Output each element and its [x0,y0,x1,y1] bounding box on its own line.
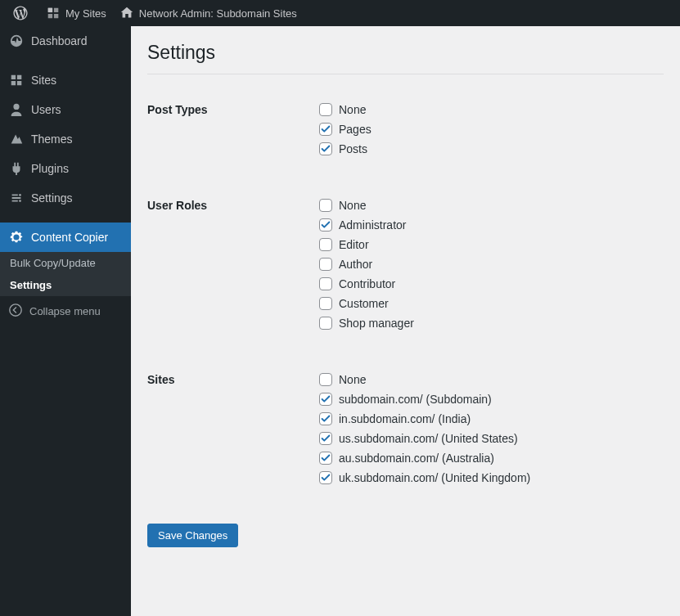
wp-logo[interactable] [7,0,39,26]
sidebar-item-content-copier[interactable]: Content Copier [0,223,131,252]
checkbox-label[interactable]: uk.subdomain.com/ (United Kingdom) [339,471,530,484]
sites-icon [46,6,61,20]
checkbox[interactable] [319,373,332,386]
checkbox[interactable] [319,103,332,116]
sidebar-item-label: Settings [31,191,73,205]
toolbar-my-sites-label: My Sites [65,7,106,20]
content-area: Settings Post TypesNonePagesPostsUser Ro… [131,26,680,616]
checkbox[interactable] [319,317,332,330]
checkbox-label[interactable]: None [339,373,366,386]
sidebar-item-label: Themes [31,133,73,146]
checkbox-label[interactable]: in.subdomain.com/ (India) [339,412,471,425]
checkbox-row: us.subdomain.com/ (United States) [319,432,655,445]
checkbox[interactable] [319,199,332,212]
sidebar-item-label: Sites [31,74,56,87]
gear-icon [8,229,25,245]
checkbox[interactable] [319,142,332,155]
checkbox-row: in.subdomain.com/ (India) [319,412,655,425]
checkbox-row: Administrator [319,218,655,232]
svg-point-1 [19,200,21,202]
sidebar-item-label: Content Copier [31,231,108,244]
sidebar-item-settings[interactable]: Settings [0,183,131,213]
toolbar-network-admin-label: Network Admin: Subdomain Sites [139,7,297,20]
sidebar-subitem[interactable]: Bulk Copy/Update [0,252,131,274]
plugins-icon [8,160,25,177]
svg-point-2 [10,304,21,316]
page-title: Settings [147,34,664,67]
checkbox-label[interactable]: au.subdomain.com/ (Australia) [339,452,494,465]
checkbox-row: None [319,373,655,386]
checkbox[interactable] [319,238,332,251]
settings-icon [8,190,25,206]
checkbox[interactable] [319,277,332,290]
collapse-label: Collapse menu [29,305,101,317]
checkbox[interactable] [319,297,332,310]
checkbox-label[interactable]: Author [339,258,372,271]
checkbox[interactable] [319,471,332,484]
wordpress-icon [13,6,28,20]
checkbox-label[interactable]: Shop manager [339,317,414,330]
section-label: Sites [147,361,311,515]
checkbox-row: None [319,103,655,116]
checkbox[interactable] [319,452,332,465]
collapse-menu[interactable]: Collapse menu [0,296,131,326]
checkbox-label[interactable]: Editor [339,238,369,251]
sidebar-item-users[interactable]: Users [0,95,131,124]
home-icon [119,6,134,20]
sidebar-item-label: Dashboard [31,34,88,47]
sidebar-item-dashboard[interactable]: Dashboard [0,26,131,56]
checkbox-row: Contributor [319,277,655,290]
checkbox-label[interactable]: Contributor [339,277,395,290]
sidebar-item-sites[interactable]: Sites [0,65,131,95]
checkbox-row: Posts [319,142,655,155]
checkbox-label[interactable]: subdomain.com/ (Subdomain) [339,393,492,406]
checkbox-label[interactable]: Customer [339,297,389,310]
checkbox-label[interactable]: None [339,103,366,116]
save-button[interactable]: Save Changes [147,524,238,547]
checkbox-row: subdomain.com/ (Subdomain) [319,393,655,406]
dashboard-icon [8,33,25,49]
checkbox-label[interactable]: Posts [339,142,367,155]
sidebar-item-label: Users [31,103,61,116]
sidebar-item-themes[interactable]: Themes [0,124,131,154]
section-label: User Roles [147,187,311,361]
checkbox-row: Pages [319,123,655,136]
sidebar-item-label: Plugins [31,162,69,175]
checkbox-row: Editor [319,238,655,251]
checkbox[interactable] [319,393,332,406]
checkbox-row: uk.subdomain.com/ (United Kingdom) [319,471,655,484]
checkbox-label[interactable]: Administrator [339,218,406,232]
checkbox[interactable] [319,258,332,271]
settings-form: Post TypesNonePagesPostsUser RolesNoneAd… [147,91,664,515]
checkbox-label[interactable]: Pages [339,123,372,136]
toolbar-my-sites[interactable]: My Sites [39,0,113,26]
divider [147,74,664,74]
section-label: Post Types [147,91,311,187]
svg-point-0 [19,194,21,196]
checkbox-label[interactable]: us.subdomain.com/ (United States) [339,432,518,445]
users-icon [8,101,25,118]
sidebar-subitem[interactable]: Settings [0,274,131,296]
collapse-icon [8,303,23,320]
checkbox[interactable] [319,123,332,136]
checkbox[interactable] [319,218,332,232]
checkbox-label[interactable]: None [339,199,366,212]
sidebar-item-plugins[interactable]: Plugins [0,154,131,183]
checkbox[interactable] [319,432,332,445]
checkbox-row: au.subdomain.com/ (Australia) [319,452,655,465]
checkbox-row: Shop manager [319,317,655,330]
sites-icon [8,72,25,88]
checkbox-row: Author [319,258,655,271]
admin-toolbar: My Sites Network Admin: Subdomain Sites [0,0,680,26]
checkbox[interactable] [319,412,332,425]
admin-sidebar: DashboardSitesUsersThemesPluginsSettings… [0,26,131,616]
themes-icon [8,131,25,147]
toolbar-network-admin[interactable]: Network Admin: Subdomain Sites [113,0,304,26]
checkbox-row: Customer [319,297,655,310]
checkbox-row: None [319,199,655,212]
